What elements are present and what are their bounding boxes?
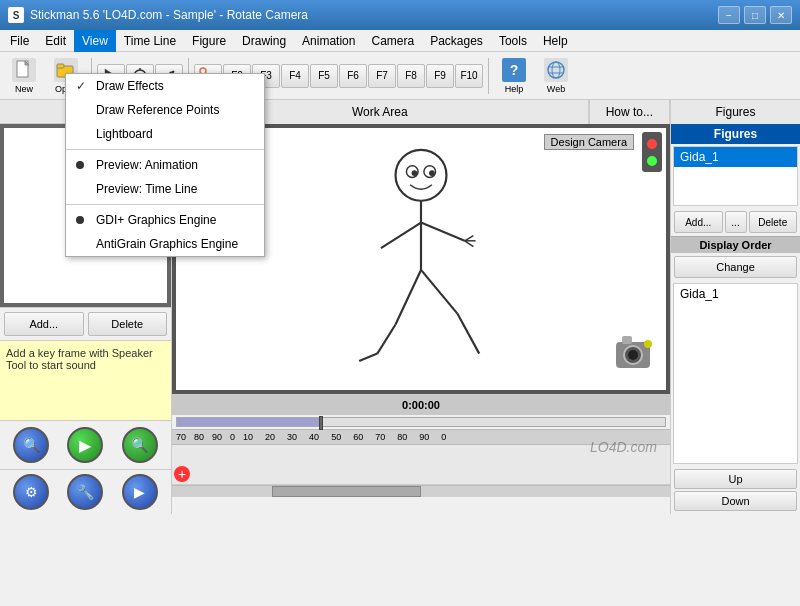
tab-figures[interactable]: Figures [670, 100, 800, 124]
ruler-tick: 0 [230, 432, 235, 442]
search-icon: 🔍 [23, 437, 40, 453]
up-button[interactable]: Up [674, 469, 797, 489]
display-order-list: Gida_1 [673, 283, 798, 464]
more-options-button[interactable]: ... [725, 211, 747, 233]
add-keyframe-button[interactable]: Add... [4, 312, 84, 336]
svg-rect-39 [622, 336, 632, 344]
menu-draw-effects[interactable]: ✓ Draw Effects [66, 74, 264, 98]
web-button[interactable]: Web [536, 56, 576, 96]
ruler-tick: 30 [287, 432, 297, 442]
tab-howto[interactable]: How to... [589, 100, 670, 124]
menu-animation[interactable]: Animation [294, 30, 363, 52]
menu-file[interactable]: File [2, 30, 37, 52]
scrollbar-thumb[interactable] [272, 486, 421, 497]
delete-figure-button[interactable]: Delete [749, 211, 798, 233]
ruler-tick: 90 [419, 432, 429, 442]
play2-button[interactable]: ▶ [122, 474, 158, 510]
title-bar: S Stickman 5.6 'LO4D.com - Sample' - Rot… [0, 0, 800, 30]
timeline-header: 0:00:00 [172, 395, 670, 415]
svg-line-30 [465, 241, 474, 247]
preview-animation-label: Preview: Animation [96, 158, 198, 172]
app-icon: S [8, 7, 24, 23]
f4-button[interactable]: F4 [281, 64, 309, 88]
menu-tools[interactable]: Tools [491, 30, 535, 52]
menu-help[interactable]: Help [535, 30, 576, 52]
ruler-tick: 40 [309, 432, 319, 442]
settings-icon: ⚙ [25, 484, 38, 500]
lo4d-watermark: LO4D.com [590, 434, 660, 461]
sound-panel: Add a key frame with Speaker Tool to sta… [0, 340, 171, 420]
help-icon: ? [502, 58, 526, 82]
menu-antigrain-engine[interactable]: AntiGrain Graphics Engine [66, 232, 264, 256]
new-button[interactable]: New [4, 56, 44, 96]
ruler-tick: 10 [243, 432, 253, 442]
play-button[interactable]: ▶ [67, 427, 103, 463]
minimize-button[interactable]: − [718, 6, 740, 24]
add-track-button[interactable]: + [174, 466, 190, 482]
svg-text:LO4D.com: LO4D.com [590, 439, 657, 455]
web-icon [544, 58, 568, 82]
svg-line-27 [421, 223, 465, 241]
gdi-engine-label: GDI+ Graphics Engine [96, 213, 216, 227]
wrench-button[interactable]: 🔧 [67, 474, 103, 510]
f8-button[interactable]: F8 [397, 64, 425, 88]
f5-button[interactable]: F5 [310, 64, 338, 88]
check-icon: ✓ [76, 79, 86, 93]
draw-reference-label: Draw Reference Points [96, 103, 219, 117]
title-bar-title: Stickman 5.6 'LO4D.com - Sample' - Rotat… [30, 8, 308, 22]
menu-edit[interactable]: Edit [37, 30, 74, 52]
menu-camera[interactable]: Camera [363, 30, 422, 52]
change-button[interactable]: Change [674, 256, 797, 278]
antigrain-label: AntiGrain Graphics Engine [96, 237, 238, 251]
figure-item-gida1[interactable]: Gida_1 [674, 147, 797, 167]
zoom-button[interactable]: 🔍 [122, 427, 158, 463]
display-order-item[interactable]: Gida_1 [674, 284, 797, 304]
draw-effects-label: Draw Effects [96, 79, 164, 93]
f9-button[interactable]: F9 [426, 64, 454, 88]
title-bar-controls: − □ ✕ [718, 6, 792, 24]
menu-figure[interactable]: Figure [184, 30, 234, 52]
svg-line-32 [377, 325, 395, 354]
menu-packages[interactable]: Packages [422, 30, 491, 52]
camera-bottom-icon [608, 322, 658, 382]
menu-gdi-engine[interactable]: GDI+ Graphics Engine [66, 208, 264, 232]
timeline-progress-bar[interactable] [176, 417, 666, 427]
delete-keyframe-button[interactable]: Delete [88, 312, 168, 336]
ruler-tick: 90 [212, 432, 222, 442]
menu-drawing[interactable]: Drawing [234, 30, 294, 52]
timeline-counter: 0:00:00 [402, 399, 440, 411]
ruler-tick: 80 [397, 432, 407, 442]
f7-button[interactable]: F7 [368, 64, 396, 88]
menu-lightboard[interactable]: Lightboard [66, 122, 264, 146]
up-down-buttons: Up Down [671, 466, 800, 514]
down-button[interactable]: Down [674, 491, 797, 511]
f6-button[interactable]: F6 [339, 64, 367, 88]
wrench-icon: 🔧 [77, 484, 94, 500]
preview-timeline-label: Preview: Time Line [96, 182, 197, 196]
new-icon [12, 58, 36, 82]
add-figure-button[interactable]: Add... [674, 211, 723, 233]
lightboard-label: Lightboard [96, 127, 153, 141]
close-button[interactable]: ✕ [770, 6, 792, 24]
help-button[interactable]: ? Help [494, 56, 534, 96]
menu-timeline[interactable]: Time Line [116, 30, 184, 52]
menu-preview-animation[interactable]: Preview: Animation [66, 153, 264, 177]
restore-button[interactable]: □ [744, 6, 766, 24]
search-button[interactable]: 🔍 [13, 427, 49, 463]
menu-preview-timeline[interactable]: Preview: Time Line [66, 177, 264, 201]
settings-button[interactable]: ⚙ [13, 474, 49, 510]
ruler-tick: 20 [265, 432, 275, 442]
play2-icon: ▶ [134, 484, 145, 500]
figures-list: Gida_1 [673, 146, 798, 206]
timeline-playhead[interactable] [319, 416, 323, 430]
menu-draw-reference-points[interactable]: Draw Reference Points [66, 98, 264, 122]
f10-button[interactable]: F10 [455, 64, 483, 88]
menu-view[interactable]: View [74, 30, 116, 52]
svg-line-26 [381, 223, 421, 248]
bullet-icon [76, 161, 84, 169]
svg-point-38 [628, 350, 638, 360]
svg-line-28 [465, 236, 474, 241]
svg-rect-3 [57, 64, 64, 68]
timeline-scrollbar[interactable] [172, 485, 670, 497]
svg-point-20 [396, 150, 447, 201]
